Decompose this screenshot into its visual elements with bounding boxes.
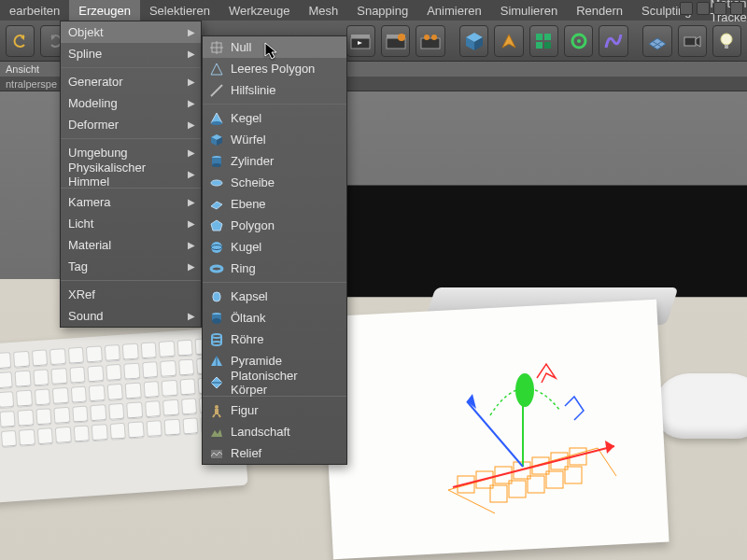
menu-item-sound[interactable]: Sound▶ (61, 305, 201, 327)
submenu-item-öltank[interactable]: Öltank (203, 307, 346, 329)
menu-item-label: Generator (68, 75, 123, 89)
submenu-item-zylinder[interactable]: Zylinder (203, 150, 346, 172)
cube-tool[interactable] (459, 25, 488, 57)
view-gadget-3[interactable] (713, 2, 726, 15)
camera-tool[interactable] (678, 25, 707, 57)
menu-simulieren[interactable]: Simulieren (491, 0, 567, 21)
light-tool[interactable] (712, 25, 741, 57)
submenu-item-ring[interactable]: Ring (203, 258, 346, 279)
svg-marker-80 (211, 429, 222, 437)
submenu-item-ebene[interactable]: Ebene (203, 193, 346, 215)
submenu-item-landschaft[interactable]: Landschaft (203, 421, 346, 442)
floor-tool[interactable] (642, 25, 671, 57)
objekt-submenu[interactable]: NullLeeres PolygonHilfslinieKegelWürfelZ… (202, 35, 347, 465)
svg-line-38 (448, 490, 495, 513)
lightbulb-icon (716, 31, 737, 51)
menu-item-label: Licht (68, 217, 93, 231)
deformer-tool[interactable] (599, 25, 627, 57)
array-icon (533, 31, 554, 51)
clapper-gears-icon (420, 33, 441, 49)
submenu-item-figur[interactable]: Figur (203, 399, 346, 421)
menu-rendern[interactable]: Rendern (567, 0, 632, 21)
menu-item-physikalischer-himmel[interactable]: Physikalischer Himmel▶ (61, 163, 201, 185)
submenu-item-label: Kegel (231, 111, 261, 125)
submenu-item-label: Landschaft (231, 425, 290, 439)
submenu-item-relief[interactable]: Relief (203, 442, 346, 464)
submenu-item-leeres-polygon[interactable]: Leeres Polygon (203, 58, 346, 79)
svg-marker-48 (211, 63, 222, 75)
menu-item-tag[interactable]: Tag▶ (61, 256, 201, 277)
menu-item-kamera[interactable]: Kamera▶ (61, 191, 201, 213)
platonic-icon (208, 374, 225, 391)
clapper2-button[interactable] (381, 25, 410, 57)
svg-rect-24 (725, 45, 728, 49)
pen-icon (499, 31, 519, 51)
cube-icon (464, 31, 485, 51)
menu-bearbeiten[interactable]: earbeiten (0, 0, 69, 21)
sphere-icon (208, 239, 225, 256)
submenu-item-polygon[interactable]: Polygon (203, 215, 346, 236)
menu-selektieren[interactable]: Selektieren (140, 0, 219, 21)
clapper-icon (350, 33, 371, 49)
submenu-item-kegel[interactable]: Kegel (203, 107, 346, 129)
svg-rect-21 (684, 37, 696, 46)
view-label[interactable]: Ansicht (6, 63, 39, 75)
svg-point-23 (721, 34, 732, 45)
pen-tool[interactable] (494, 25, 523, 57)
svg-point-40 (515, 373, 534, 407)
menu-item-label: Kamera (68, 195, 111, 209)
menu-mesh[interactable]: Mesh (299, 0, 347, 21)
submenu-item-röhre[interactable]: Röhre (203, 329, 346, 350)
submenu-item-platonischer-körper[interactable]: Platonischer Körper (203, 371, 346, 393)
menu-item-label: Sound (68, 309, 104, 323)
menu-item-material[interactable]: Material▶ (61, 234, 201, 256)
null-icon (208, 39, 225, 56)
svg-marker-44 (605, 441, 614, 454)
submenu-item-scheibe[interactable]: Scheibe (203, 172, 346, 193)
axis-gizmo[interactable] (402, 327, 644, 532)
svg-point-68 (212, 334, 221, 338)
svg-line-78 (213, 414, 215, 417)
clapper1-button[interactable] (346, 25, 375, 57)
gear-green-icon (569, 31, 589, 51)
submenu-item-kugel[interactable]: Kugel (203, 236, 346, 258)
submenu-arrow-icon: ▶ (188, 98, 195, 108)
landscape-icon (208, 424, 225, 441)
menu-item-objekt[interactable]: Objekt▶ (61, 21, 201, 43)
erzeugen-dropdown[interactable]: Objekt▶Spline▶Generator▶Modeling▶Deforme… (60, 21, 202, 328)
submenu-arrow-icon: ▶ (188, 27, 195, 37)
submenu-item-label: Würfel (231, 133, 266, 147)
menu-snapping[interactable]: Snapping (347, 0, 417, 21)
particles-tool[interactable] (564, 25, 593, 57)
submenu-item-label: Kugel (231, 240, 261, 254)
cube-icon (208, 132, 225, 148)
view-gadget-4[interactable] (730, 2, 743, 15)
triangle-icon (208, 61, 225, 77)
menu-item-xref[interactable]: XRef (61, 284, 201, 305)
submenu-item-hilfslinie[interactable]: Hilfslinie (203, 79, 346, 101)
submenu-item-würfel[interactable]: Würfel (203, 129, 346, 150)
menu-erzeugen[interactable]: Erzeugen (69, 0, 140, 21)
menu-item-spline[interactable]: Spline▶ (61, 43, 201, 64)
view-gadget-1[interactable] (680, 2, 693, 15)
menu-item-licht[interactable]: Licht▶ (61, 213, 201, 234)
menu-item-deformer[interactable]: Deformer▶ (61, 114, 201, 135)
view-gadget-2[interactable] (697, 2, 710, 15)
undo-button[interactable] (6, 25, 35, 57)
submenu-arrow-icon: ▶ (188, 261, 195, 272)
submenu-item-label: Figur (231, 403, 259, 417)
menu-item-modeling[interactable]: Modeling▶ (61, 92, 201, 114)
submenu-item-null[interactable]: Null (203, 36, 346, 58)
menu-animieren[interactable]: Animieren (417, 0, 491, 21)
submenu-item-kapsel[interactable]: Kapsel (203, 286, 346, 307)
perspective-label: ntralperspe (6, 78, 57, 90)
svg-point-61 (211, 242, 222, 253)
menu-item-generator[interactable]: Generator▶ (61, 71, 201, 92)
submenu-item-label: Polygon (231, 218, 275, 232)
menu-item-label: Spline (68, 47, 102, 61)
submenu-arrow-icon: ▶ (188, 240, 195, 250)
menu-werkzeuge[interactable]: Werkzeuge (219, 0, 300, 21)
clapper3-button[interactable] (416, 25, 444, 57)
submenu-item-label: Ebene (231, 197, 266, 211)
array-tool[interactable] (529, 25, 558, 57)
